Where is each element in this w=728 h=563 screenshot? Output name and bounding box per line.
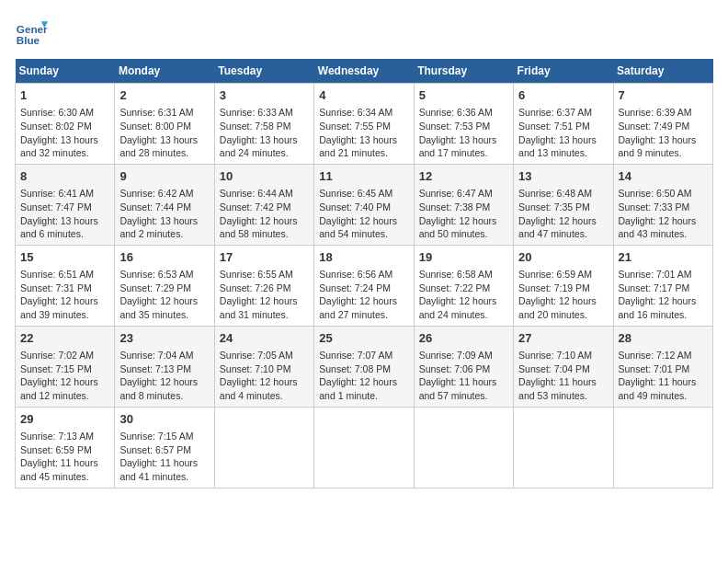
day-info: Sunset: 6:57 PM xyxy=(119,443,209,457)
day-info: and 6 minutes. xyxy=(20,227,109,241)
day-info: Daylight: 13 hours xyxy=(619,133,708,147)
day-info: and 49 minutes. xyxy=(619,389,708,403)
day-info: and 50 minutes. xyxy=(419,227,508,241)
day-info: Daylight: 13 hours xyxy=(119,133,209,147)
day-info: Sunset: 7:53 PM xyxy=(419,120,508,133)
day-number: 6 xyxy=(518,87,608,104)
day-info: Daylight: 12 hours xyxy=(220,375,309,389)
day-info: and 24 minutes. xyxy=(220,146,309,160)
day-info: Sunrise: 7:07 AM xyxy=(319,349,408,362)
svg-text:Blue: Blue xyxy=(17,34,40,46)
calendar-cell: 19Sunrise: 6:58 AMSunset: 7:22 PMDayligh… xyxy=(414,245,513,326)
calendar-cell: 26Sunrise: 7:09 AMSunset: 7:06 PMDayligh… xyxy=(414,326,513,407)
day-info: Sunset: 7:17 PM xyxy=(619,282,708,295)
day-info: Sunrise: 7:13 AM xyxy=(20,430,109,443)
day-number: 3 xyxy=(220,87,309,104)
day-info: and 32 minutes. xyxy=(20,146,109,160)
weekday-header-sunday: Sunday xyxy=(16,59,115,84)
day-number: 17 xyxy=(220,249,309,266)
day-number: 2 xyxy=(119,87,209,104)
weekday-header-friday: Friday xyxy=(514,59,613,84)
calendar-cell: 7Sunrise: 6:39 AMSunset: 7:49 PMDaylight… xyxy=(613,84,712,165)
day-number: 24 xyxy=(220,330,309,347)
day-number: 16 xyxy=(119,249,209,266)
day-number: 22 xyxy=(20,330,109,347)
day-number: 5 xyxy=(419,87,508,104)
day-info: Sunrise: 7:02 AM xyxy=(20,349,109,362)
day-info: and 43 minutes. xyxy=(619,227,708,241)
day-info: Daylight: 12 hours xyxy=(319,214,408,228)
calendar-cell: 18Sunrise: 6:56 AMSunset: 7:24 PMDayligh… xyxy=(314,245,414,326)
day-info: Daylight: 12 hours xyxy=(20,375,109,389)
day-info: Sunset: 7:33 PM xyxy=(619,201,708,214)
day-info: Sunset: 7:26 PM xyxy=(220,282,309,295)
weekday-header-monday: Monday xyxy=(115,59,214,84)
day-info: Sunrise: 6:30 AM xyxy=(20,106,109,120)
day-info: Sunset: 8:00 PM xyxy=(119,120,209,133)
day-info: and 13 minutes. xyxy=(518,146,608,160)
calendar-cell xyxy=(613,407,712,488)
day-info: Daylight: 12 hours xyxy=(518,294,608,308)
day-info: Sunrise: 6:56 AM xyxy=(319,268,408,282)
day-info: Sunset: 8:02 PM xyxy=(20,120,109,133)
day-info: Sunrise: 6:55 AM xyxy=(220,268,309,282)
day-info: Sunset: 7:44 PM xyxy=(119,201,209,214)
calendar-table: SundayMondayTuesdayWednesdayThursdayFrid… xyxy=(15,59,713,488)
weekday-header-wednesday: Wednesday xyxy=(314,59,414,84)
day-info: and 20 minutes. xyxy=(518,308,608,322)
day-info: Daylight: 13 hours xyxy=(518,133,608,147)
calendar-cell: 14Sunrise: 6:50 AMSunset: 7:33 PMDayligh… xyxy=(613,164,712,245)
day-info: Sunrise: 6:42 AM xyxy=(119,187,209,201)
day-info: Sunset: 6:59 PM xyxy=(20,443,109,457)
day-info: Daylight: 12 hours xyxy=(119,375,209,389)
day-info: Sunrise: 6:53 AM xyxy=(119,268,209,282)
day-info: Sunset: 7:35 PM xyxy=(518,201,608,214)
day-info: Sunset: 7:29 PM xyxy=(119,282,209,295)
day-info: Sunrise: 7:15 AM xyxy=(119,430,209,443)
calendar-cell: 23Sunrise: 7:04 AMSunset: 7:13 PMDayligh… xyxy=(115,326,214,407)
day-info: and 17 minutes. xyxy=(419,146,508,160)
day-info: and 21 minutes. xyxy=(319,146,408,160)
calendar-cell: 29Sunrise: 7:13 AMSunset: 6:59 PMDayligh… xyxy=(16,407,115,488)
day-info: Sunset: 7:22 PM xyxy=(419,282,508,295)
day-info: Sunset: 7:01 PM xyxy=(619,362,708,376)
day-info: and 16 minutes. xyxy=(619,308,708,322)
day-number: 27 xyxy=(518,330,608,347)
day-info: Daylight: 13 hours xyxy=(319,133,408,147)
day-info: Sunrise: 7:04 AM xyxy=(119,349,209,362)
day-info: Daylight: 11 hours xyxy=(119,456,209,470)
calendar-week-row: 22Sunrise: 7:02 AMSunset: 7:15 PMDayligh… xyxy=(16,326,713,407)
day-number: 10 xyxy=(220,168,309,185)
day-info: and 35 minutes. xyxy=(119,308,209,322)
calendar-cell: 24Sunrise: 7:05 AMSunset: 7:10 PMDayligh… xyxy=(214,326,313,407)
calendar-week-row: 8Sunrise: 6:41 AMSunset: 7:47 PMDaylight… xyxy=(16,164,713,245)
day-info: and 57 minutes. xyxy=(419,389,508,403)
day-info: and 54 minutes. xyxy=(319,227,408,241)
day-info: Sunset: 7:47 PM xyxy=(20,201,109,214)
day-info: and 41 minutes. xyxy=(119,470,209,484)
day-info: and 31 minutes. xyxy=(220,308,309,322)
day-info: Daylight: 13 hours xyxy=(419,133,508,147)
day-info: Sunset: 7:24 PM xyxy=(319,282,408,295)
calendar-cell: 10Sunrise: 6:44 AMSunset: 7:42 PMDayligh… xyxy=(214,164,313,245)
day-number: 12 xyxy=(419,168,508,185)
day-info: Daylight: 11 hours xyxy=(619,375,708,389)
day-info: Daylight: 12 hours xyxy=(220,214,309,228)
calendar-cell: 25Sunrise: 7:07 AMSunset: 7:08 PMDayligh… xyxy=(314,326,414,407)
day-number: 30 xyxy=(119,411,209,428)
day-info: Sunrise: 6:47 AM xyxy=(419,187,508,201)
day-info: and 9 minutes. xyxy=(619,146,708,160)
weekday-header-saturday: Saturday xyxy=(613,59,712,84)
calendar-cell xyxy=(214,407,313,488)
day-info: Daylight: 12 hours xyxy=(419,294,508,308)
page-header: General Blue xyxy=(15,15,713,48)
day-info: and 27 minutes. xyxy=(319,308,408,322)
day-info: Sunrise: 6:34 AM xyxy=(319,106,408,120)
day-number: 18 xyxy=(319,249,408,266)
calendar-week-row: 15Sunrise: 6:51 AMSunset: 7:31 PMDayligh… xyxy=(16,245,713,326)
day-info: Sunset: 7:06 PM xyxy=(419,362,508,376)
day-info: Daylight: 11 hours xyxy=(20,456,109,470)
calendar-cell: 30Sunrise: 7:15 AMSunset: 6:57 PMDayligh… xyxy=(115,407,214,488)
day-info: Sunset: 7:49 PM xyxy=(619,120,708,133)
day-number: 8 xyxy=(20,168,109,185)
